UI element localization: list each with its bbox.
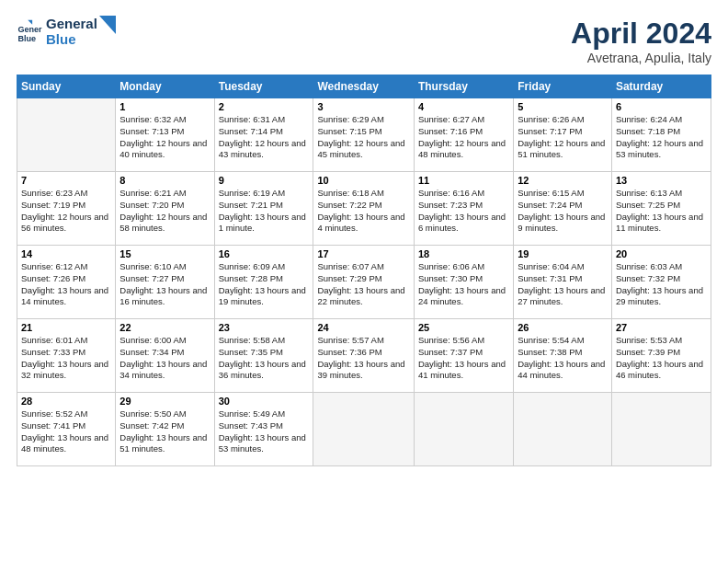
- day-number: 18: [418, 248, 509, 259]
- location-subtitle: Avetrana, Apulia, Italy: [571, 51, 711, 65]
- day-number: 10: [317, 175, 409, 186]
- day-detail: Sunrise: 6:31 AMSunset: 7:14 PMDaylight:…: [219, 114, 310, 161]
- table-row: 13 Sunrise: 6:13 AMSunset: 7:25 PMDaylig…: [611, 172, 711, 246]
- day-number: 9: [219, 175, 310, 186]
- table-row: 28 Sunrise: 5:52 AMSunset: 7:41 PMDaylig…: [17, 393, 116, 466]
- day-number: 2: [219, 101, 310, 112]
- table-row: 7 Sunrise: 6:23 AMSunset: 7:19 PMDayligh…: [17, 172, 116, 246]
- day-number: 8: [119, 175, 210, 186]
- day-number: 20: [616, 248, 707, 259]
- col-friday: Friday: [514, 75, 612, 98]
- col-thursday: Thursday: [414, 75, 513, 98]
- table-row: 21 Sunrise: 6:01 AMSunset: 7:33 PMDaylig…: [17, 319, 116, 393]
- calendar-header-row: Sunday Monday Tuesday Wednesday Thursday…: [17, 75, 711, 98]
- day-detail: Sunrise: 5:54 AMSunset: 7:38 PMDaylight:…: [518, 335, 608, 382]
- col-saturday: Saturday: [611, 75, 711, 98]
- title-block: April 2024 Avetrana, Apulia, Italy: [571, 17, 711, 65]
- day-detail: Sunrise: 6:09 AMSunset: 7:28 PMDaylight:…: [219, 261, 310, 308]
- calendar-week-row: 14 Sunrise: 6:12 AMSunset: 7:26 PMDaylig…: [17, 246, 711, 319]
- day-number: 27: [616, 322, 707, 333]
- logo: General Blue General Blue: [17, 17, 116, 47]
- logo-icon: General Blue: [17, 19, 42, 45]
- calendar-table: Sunday Monday Tuesday Wednesday Thursday…: [17, 75, 711, 466]
- table-row: 10 Sunrise: 6:18 AMSunset: 7:22 PMDaylig…: [313, 172, 414, 246]
- day-detail: Sunrise: 5:50 AMSunset: 7:42 PMDaylight:…: [119, 408, 210, 455]
- table-row: 12 Sunrise: 6:15 AMSunset: 7:24 PMDaylig…: [514, 172, 612, 246]
- day-detail: Sunrise: 5:57 AMSunset: 7:36 PMDaylight:…: [317, 335, 409, 382]
- day-detail: Sunrise: 6:00 AMSunset: 7:34 PMDaylight:…: [119, 335, 210, 382]
- table-row: [611, 393, 711, 466]
- day-number: 6: [616, 101, 707, 112]
- day-number: 17: [317, 248, 409, 259]
- table-row: [514, 393, 612, 466]
- col-monday: Monday: [116, 75, 214, 98]
- day-number: 30: [219, 396, 310, 407]
- table-row: 4 Sunrise: 6:27 AMSunset: 7:16 PMDayligh…: [414, 98, 513, 172]
- calendar-week-row: 21 Sunrise: 6:01 AMSunset: 7:33 PMDaylig…: [17, 319, 711, 393]
- day-detail: Sunrise: 5:58 AMSunset: 7:35 PMDaylight:…: [219, 335, 310, 382]
- day-detail: Sunrise: 6:13 AMSunset: 7:25 PMDaylight:…: [616, 188, 707, 235]
- day-detail: Sunrise: 6:15 AMSunset: 7:24 PMDaylight:…: [518, 188, 608, 235]
- col-tuesday: Tuesday: [214, 75, 313, 98]
- table-row: 30 Sunrise: 5:49 AMSunset: 7:43 PMDaylig…: [214, 393, 313, 466]
- day-detail: Sunrise: 6:18 AMSunset: 7:22 PMDaylight:…: [317, 188, 409, 235]
- day-number: 21: [21, 322, 111, 333]
- table-row: 20 Sunrise: 6:03 AMSunset: 7:32 PMDaylig…: [611, 246, 711, 319]
- table-row: 15 Sunrise: 6:10 AMSunset: 7:27 PMDaylig…: [116, 246, 214, 319]
- table-row: [17, 98, 116, 172]
- day-detail: Sunrise: 6:01 AMSunset: 7:33 PMDaylight:…: [21, 335, 111, 382]
- day-detail: Sunrise: 5:49 AMSunset: 7:43 PMDaylight:…: [219, 408, 310, 455]
- table-row: 24 Sunrise: 5:57 AMSunset: 7:36 PMDaylig…: [313, 319, 414, 393]
- day-number: 12: [518, 175, 608, 186]
- logo-triangle-icon: [99, 16, 116, 36]
- calendar-week-row: 1 Sunrise: 6:32 AMSunset: 7:13 PMDayligh…: [17, 98, 711, 172]
- day-number: 7: [21, 175, 111, 186]
- day-number: 11: [418, 175, 509, 186]
- table-row: 6 Sunrise: 6:24 AMSunset: 7:18 PMDayligh…: [611, 98, 711, 172]
- day-detail: Sunrise: 6:06 AMSunset: 7:30 PMDaylight:…: [418, 261, 509, 308]
- day-detail: Sunrise: 6:23 AMSunset: 7:19 PMDaylight:…: [21, 188, 111, 235]
- day-detail: Sunrise: 6:24 AMSunset: 7:18 PMDaylight:…: [616, 114, 707, 161]
- day-number: 24: [317, 322, 409, 333]
- table-row: 9 Sunrise: 6:19 AMSunset: 7:21 PMDayligh…: [214, 172, 313, 246]
- page-header: General Blue General Blue April 2024 Ave…: [17, 17, 711, 65]
- svg-text:General: General: [17, 25, 42, 34]
- day-number: 13: [616, 175, 707, 186]
- day-number: 4: [418, 101, 509, 112]
- day-number: 26: [518, 322, 608, 333]
- day-detail: Sunrise: 6:21 AMSunset: 7:20 PMDaylight:…: [119, 188, 210, 235]
- day-detail: Sunrise: 6:10 AMSunset: 7:27 PMDaylight:…: [119, 261, 210, 308]
- day-detail: Sunrise: 6:32 AMSunset: 7:13 PMDaylight:…: [119, 114, 210, 161]
- logo-line2: Blue: [46, 31, 76, 47]
- day-detail: Sunrise: 6:27 AMSunset: 7:16 PMDaylight:…: [418, 114, 509, 161]
- day-number: 5: [518, 101, 608, 112]
- day-detail: Sunrise: 5:56 AMSunset: 7:37 PMDaylight:…: [418, 335, 509, 382]
- logo-line1: General: [46, 16, 97, 31]
- day-number: 28: [21, 396, 111, 407]
- col-wednesday: Wednesday: [313, 75, 414, 98]
- table-row: 25 Sunrise: 5:56 AMSunset: 7:37 PMDaylig…: [414, 319, 513, 393]
- day-detail: Sunrise: 6:26 AMSunset: 7:17 PMDaylight:…: [518, 114, 608, 161]
- table-row: [313, 393, 414, 466]
- table-row: 19 Sunrise: 6:04 AMSunset: 7:31 PMDaylig…: [514, 246, 612, 319]
- day-number: 16: [219, 248, 310, 259]
- table-row: 23 Sunrise: 5:58 AMSunset: 7:35 PMDaylig…: [214, 319, 313, 393]
- day-detail: Sunrise: 6:16 AMSunset: 7:23 PMDaylight:…: [418, 188, 509, 235]
- svg-marker-3: [99, 16, 116, 34]
- day-number: 23: [219, 322, 310, 333]
- table-row: 22 Sunrise: 6:00 AMSunset: 7:34 PMDaylig…: [116, 319, 214, 393]
- table-row: 26 Sunrise: 5:54 AMSunset: 7:38 PMDaylig…: [514, 319, 612, 393]
- col-sunday: Sunday: [17, 75, 116, 98]
- table-row: 27 Sunrise: 5:53 AMSunset: 7:39 PMDaylig…: [611, 319, 711, 393]
- svg-marker-2: [28, 19, 32, 24]
- day-detail: Sunrise: 6:04 AMSunset: 7:31 PMDaylight:…: [518, 261, 608, 308]
- day-detail: Sunrise: 6:19 AMSunset: 7:21 PMDaylight:…: [219, 188, 310, 235]
- calendar-week-row: 28 Sunrise: 5:52 AMSunset: 7:41 PMDaylig…: [17, 393, 711, 466]
- day-number: 14: [21, 248, 111, 259]
- day-detail: Sunrise: 6:03 AMSunset: 7:32 PMDaylight:…: [616, 261, 707, 308]
- day-number: 29: [119, 396, 210, 407]
- day-detail: Sunrise: 6:12 AMSunset: 7:26 PMDaylight:…: [21, 261, 111, 308]
- svg-text:Blue: Blue: [17, 33, 36, 42]
- day-number: 22: [119, 322, 210, 333]
- day-detail: Sunrise: 5:53 AMSunset: 7:39 PMDaylight:…: [616, 335, 707, 382]
